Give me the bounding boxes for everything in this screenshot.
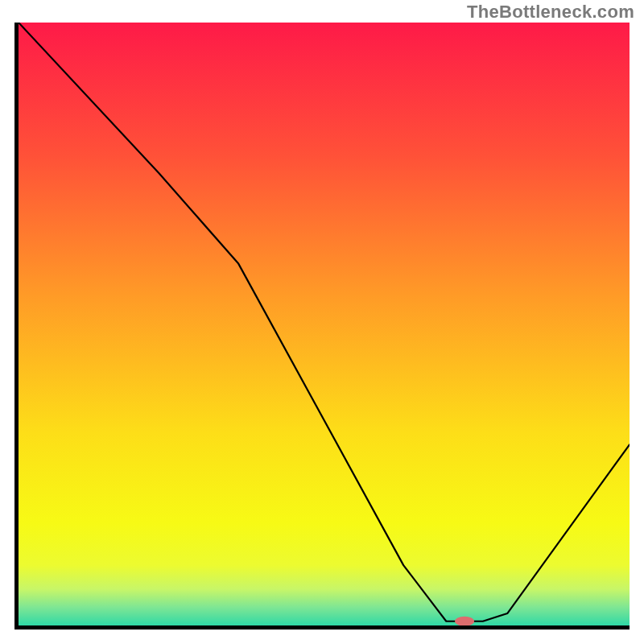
chart-container: TheBottleneck.com — [0, 0, 644, 644]
gradient-background — [19, 23, 630, 625]
attribution-watermark: TheBottleneck.com — [467, 2, 634, 23]
bottleneck-curve-plot — [19, 23, 630, 625]
plot-frame — [14, 23, 630, 630]
